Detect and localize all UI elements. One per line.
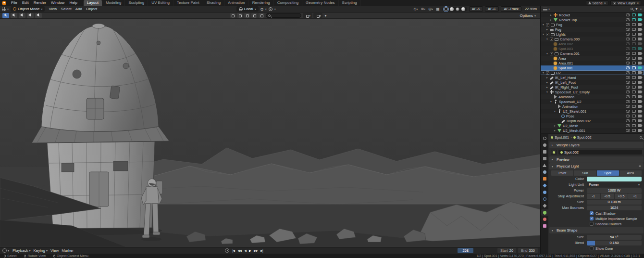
editor-type-button[interactable]: ▾ (2, 7, 9, 11)
stop-adjust-button[interactable]: -0.5 (601, 194, 614, 199)
hide-in-viewport-icon[interactable] (626, 81, 630, 84)
disable-in-renders-icon[interactable] (638, 124, 642, 127)
hide-in-viewport-icon[interactable] (626, 18, 630, 21)
outliner-row-u2[interactable]: ▾U2 (541, 70, 644, 75)
disable-in-viewports-icon[interactable] (632, 57, 636, 60)
select-mode-intersect-icon[interactable] (259, 13, 264, 18)
menu-render[interactable]: Render (31, 0, 49, 6)
outliner-filter-icon[interactable]: ▼ (635, 7, 638, 11)
blender-logo-icon[interactable] (2, 1, 6, 5)
disable-in-viewports-icon[interactable] (632, 42, 636, 45)
weight-layers-panel-header[interactable]: ▸ Weight Layers (549, 142, 644, 148)
disable-in-viewports-icon[interactable] (632, 86, 636, 89)
disable-in-renders-icon[interactable] (638, 110, 642, 113)
disable-in-renders-icon[interactable] (638, 33, 642, 36)
disable-in-viewports-icon[interactable] (632, 100, 636, 103)
particles-tab[interactable] (541, 189, 548, 195)
expand-icon[interactable]: ▸ (546, 81, 550, 84)
beam-shape-panel-header[interactable]: ▾ Beam Shape (549, 227, 644, 233)
disable-in-renders-icon[interactable] (638, 71, 642, 74)
output-tab[interactable] (541, 149, 548, 155)
disable-in-viewports-icon[interactable] (632, 129, 636, 132)
options-button[interactable]: Options ▾ (520, 13, 538, 18)
properties-search-icon[interactable] (640, 136, 642, 139)
outliner-row-area-002[interactable]: Area.002 (541, 41, 644, 46)
disable-in-renders-icon[interactable] (638, 81, 642, 84)
select-mode-new-icon[interactable] (230, 13, 235, 18)
outliner-row-ik-lef-hand[interactable]: ▸IK_Lef_Hand (541, 75, 644, 80)
select-circle-tool-button[interactable] (19, 13, 25, 18)
collection-checkbox[interactable] (550, 52, 553, 55)
disable-in-viewports-icon[interactable] (632, 38, 636, 40)
workspace-tab-modeling[interactable]: Modeling (102, 0, 125, 6)
play-reverse-button[interactable]: ◀ (243, 248, 247, 254)
outliner-row-area[interactable]: Area (541, 56, 644, 61)
next-keyframe-button[interactable]: ▶▶ (253, 248, 259, 254)
viewport-menu-object[interactable]: Object (84, 6, 99, 13)
disable-in-renders-icon[interactable] (638, 115, 642, 117)
presets-icon[interactable]: ≡ (639, 164, 641, 168)
size-field[interactable]: 0.108 m (587, 200, 642, 205)
af-c-button[interactable]: AF-C (485, 6, 499, 12)
hide-in-viewport-icon[interactable] (626, 38, 630, 40)
hide-in-viewport-icon[interactable] (626, 23, 630, 26)
object-data-tab[interactable] (541, 209, 548, 216)
show-object-types-icon[interactable]: ◇▾ (413, 7, 418, 12)
physics-tab[interactable] (541, 196, 548, 202)
shading-material-icon[interactable] (456, 7, 459, 11)
stop-adjust-button[interactable]: +0.5 (615, 194, 628, 199)
max-bounces-field[interactable]: 1024 (587, 206, 642, 210)
select-mode-invert-icon[interactable] (251, 13, 257, 18)
hide-in-viewport-icon[interactable] (626, 115, 630, 117)
expand-icon[interactable]: ▸ (550, 13, 554, 16)
hide-in-viewport-icon[interactable] (626, 110, 630, 113)
cursor-tool-button[interactable] (35, 13, 42, 18)
proportional-options-chevron-icon[interactable]: ▾ (274, 7, 276, 11)
workspace-tab-geometry-nodes[interactable]: Geometry Nodes (302, 0, 338, 6)
disable-in-renders-icon[interactable] (638, 105, 642, 108)
menu-help[interactable]: Help (67, 0, 79, 6)
hide-in-viewport-icon[interactable] (626, 52, 630, 55)
power-field[interactable]: 1000 W (587, 188, 642, 193)
outliner-row-ik-left-foot[interactable]: ▸IK_Left_Foot (541, 80, 644, 85)
collection-checkbox[interactable] (546, 23, 549, 26)
material-tab[interactable] (541, 216, 548, 222)
outliner-row-camera-000[interactable]: ▾Camera.000 (541, 37, 644, 41)
disable-in-viewports-icon[interactable] (632, 90, 636, 93)
viewport-menu-add[interactable]: Add (74, 6, 84, 13)
menu-edit[interactable]: Edit (20, 0, 31, 6)
hide-in-viewport-icon[interactable] (626, 86, 630, 89)
outliner-editor-button[interactable]: ▾ (543, 7, 550, 11)
workspace-tab-animation[interactable]: Animation (224, 0, 249, 6)
outliner-row-fog[interactable]: ▸Fog (541, 27, 644, 32)
menu-window[interactable]: Window (49, 0, 67, 6)
timeline-menu-keying[interactable]: Keying▾ (32, 248, 49, 253)
prev-keyframe-button[interactable]: ◀◀ (236, 248, 242, 254)
outliner-row-animation[interactable]: Animation (541, 104, 644, 109)
light-type-area-button[interactable]: Area (619, 170, 642, 176)
disable-in-viewports-icon[interactable] (632, 119, 636, 122)
disable-in-renders-icon[interactable] (638, 13, 642, 16)
unlink-scene-icon[interactable]: × (604, 1, 606, 5)
disable-in-renders-icon[interactable] (638, 38, 642, 40)
disable-in-viewports-icon[interactable] (632, 28, 636, 31)
disable-in-viewports-icon[interactable] (632, 23, 636, 26)
hide-in-viewport-icon[interactable] (626, 95, 630, 98)
disable-in-viewports-icon[interactable] (632, 76, 636, 79)
collapse-icon[interactable]: ▾ (543, 23, 546, 26)
outliner-row-righthand-002[interactable]: RightHand.002 (541, 118, 644, 123)
collapse-icon[interactable]: ▾ (543, 71, 546, 74)
shading-wireframe-icon[interactable] (444, 7, 448, 11)
disable-in-viewports-icon[interactable] (632, 124, 636, 127)
af-s-button[interactable]: AF-S (469, 6, 483, 12)
show-cone-checkbox[interactable] (590, 246, 594, 250)
hide-in-viewport-icon[interactable] (626, 42, 630, 45)
stop-adjust-button[interactable]: -1 (587, 194, 600, 199)
disable-in-renders-icon[interactable] (638, 90, 642, 93)
disable-in-renders-icon[interactable] (638, 52, 642, 55)
unlink-view-layer-icon[interactable]: × (637, 1, 639, 5)
disable-in-viewports-icon[interactable] (632, 95, 636, 98)
hide-in-viewport-icon[interactable] (626, 100, 630, 103)
disable-in-renders-icon[interactable] (638, 28, 642, 31)
light-color-sw[interactable] (587, 177, 642, 181)
